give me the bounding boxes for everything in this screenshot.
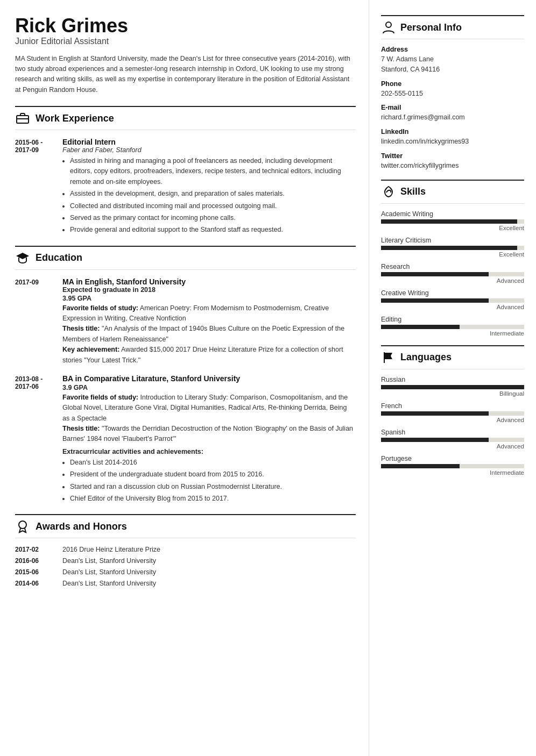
edu-entry-2-fields-label: Favorite fields of study: — [62, 394, 138, 401]
education-section: Education 2017-09 MA in English, Stanfor… — [15, 246, 356, 506]
skill-3-level: Advanced — [381, 277, 524, 284]
languages-header: Languages — [381, 345, 524, 369]
personal-info-header: Personal Info — [381, 15, 524, 39]
skill-5-bar — [381, 325, 524, 329]
lang-3-level: Advanced — [381, 443, 524, 450]
svg-marker-2 — [16, 253, 29, 259]
lang-3-bar — [381, 438, 524, 442]
edu-entry-1-title: MA in English, Stanford University — [62, 277, 356, 286]
email-value: richard.f.grimes@gmail.com — [381, 112, 524, 123]
lang-4-fill — [381, 464, 460, 468]
skill-1-level: Excellent — [381, 225, 524, 231]
phone-value: 202-555-0115 — [381, 89, 524, 99]
education-title: Education — [36, 252, 82, 263]
work-bullet-4: Served as the primary contact for incomi… — [70, 213, 356, 223]
skill-5-name: Editing — [381, 316, 524, 323]
skills-header: Skills — [381, 180, 524, 204]
edu-entry-2-date: 2013-08 -2017-06 — [15, 374, 53, 505]
education-entry-1: 2017-09 MA in English, Stanford Universi… — [15, 277, 356, 366]
skill-4: Creative Writing Advanced — [381, 289, 524, 310]
lang-1-level: Billingual — [381, 390, 524, 397]
linkedin-value: linkedin.com/in/rickygrimes93 — [381, 137, 524, 147]
extracurricular-bullet-2: President of the undergraduate student b… — [70, 469, 356, 480]
skill-5-level: Intermediate — [381, 330, 524, 337]
address-value: 7 W. Adams LaneStanford, CA 94116 — [381, 54, 524, 75]
edu-entry-1-achievement: Key achievement: Awarded $15,000 2017 Dr… — [62, 345, 356, 366]
work-entry-1-org: Faber and Faber, Stanford — [62, 146, 356, 154]
candidate-name: Rick Grimes — [15, 15, 356, 37]
education-entry-2: 2013-08 -2017-06 BA in Comparative Litar… — [15, 374, 356, 505]
candidate-summary: MA Student in English at Stanford Univer… — [15, 54, 356, 96]
lang-4-name: Portugese — [381, 455, 524, 462]
skill-1-bar — [381, 219, 524, 224]
award-1-name: 2016 Drue Heinz Literature Prize — [62, 546, 160, 553]
work-experience-header: Work Experience — [15, 106, 356, 130]
lang-4-level: Intermediate — [381, 469, 524, 476]
work-entry-1: 2015-06 -2017-09 Editorial Intern Faber … — [15, 138, 356, 237]
extracurricular-bullet-4: Chief Editor of the University Blog from… — [70, 494, 356, 504]
lang-1-fill — [381, 385, 524, 389]
lang-2-name: French — [381, 402, 524, 410]
edu-entry-2-thesis-value: "Towards the Derridian Decostruction of … — [62, 425, 353, 443]
twitter-value: twitter.com/rickyfillygrimes — [381, 161, 524, 171]
skill-4-level: Advanced — [381, 304, 524, 310]
left-column: Rick Grimes Junior Editorial Assistant M… — [0, 0, 369, 756]
edu-entry-1-date: 2017-09 — [15, 277, 53, 366]
work-entry-1-content: Editorial Intern Faber and Faber, Stanfo… — [62, 138, 356, 237]
phone-label: Phone — [381, 80, 524, 88]
award-icon — [15, 519, 30, 534]
award-4-name: Dean's List, Stanford University — [62, 580, 156, 587]
svg-point-5 — [386, 22, 391, 27]
extracurricular-label: Extracurricular activities and achieveme… — [62, 448, 356, 455]
twitter-label: Twitter — [381, 152, 524, 160]
svg-point-4 — [19, 521, 26, 529]
skill-2-name: Literary Criticism — [381, 237, 524, 244]
edu-entry-2-title: BA in Comparative Litarature, Stanford U… — [62, 374, 356, 383]
edu-entry-2-content: BA in Comparative Litarature, Stanford U… — [62, 374, 356, 505]
edu-entry-1-thesis: Thesis title: "An Analysis of the Impact… — [62, 324, 356, 345]
skills-section: Skills Academic Writing Excellent Litera… — [381, 180, 524, 337]
lang-4-bar — [381, 464, 524, 468]
skill-1-name: Academic Writing — [381, 210, 524, 218]
edu-entry-2-fields: Favorite fields of study: Introduction t… — [62, 393, 356, 424]
resume-container: Rick Grimes Junior Editorial Assistant M… — [0, 0, 536, 756]
right-column: Personal Info Address 7 W. Adams LaneSta… — [369, 0, 536, 756]
skill-2-bar — [381, 246, 524, 250]
edu-entry-2-thesis-label: Thesis title: — [62, 425, 100, 432]
skill-1-fill — [381, 219, 517, 224]
linkedin-label: LinkedIn — [381, 128, 524, 135]
lang-3-name: Spanish — [381, 429, 524, 436]
edu-entry-2-gpa: 3.9 GPA — [62, 384, 356, 391]
work-bullet-3: Collected and distributed incoming mail … — [70, 201, 356, 211]
edu-entry-1-gpa: 3.95 GPA — [62, 295, 356, 302]
skill-3-fill — [381, 272, 489, 276]
header: Rick Grimes Junior Editorial Assistant M… — [15, 15, 356, 95]
award-row-3: 2015-06 Dean's List, Stanford University — [15, 568, 356, 576]
edu-entry-1-fields: Favorite fields of study: American Poetr… — [62, 303, 356, 324]
person-icon — [381, 20, 396, 35]
award-3-date: 2015-06 — [15, 568, 53, 576]
lang-4: Portugese Intermediate — [381, 455, 524, 476]
award-4-date: 2014-06 — [15, 580, 53, 587]
awards-title: Awards and Honors — [36, 521, 127, 532]
lang-2-bar — [381, 411, 524, 416]
work-bullet-1: Assisted in hiring and managing a pool o… — [70, 156, 356, 187]
personal-info-section: Personal Info Address 7 W. Adams LaneSta… — [381, 15, 524, 171]
skill-4-fill — [381, 298, 489, 303]
languages-section: Languages Russian Billingual French Adva… — [381, 345, 524, 476]
award-row-4: 2014-06 Dean's List, Stanford University — [15, 580, 356, 587]
lang-1-bar — [381, 385, 524, 389]
work-experience-section: Work Experience 2015-06 -2017-09 Editori… — [15, 106, 356, 237]
skill-3-bar — [381, 272, 524, 276]
personal-info-title: Personal Info — [400, 22, 462, 33]
work-entry-1-date: 2015-06 -2017-09 — [15, 138, 53, 237]
edu-entry-2-thesis: Thesis title: "Towards the Derridian Dec… — [62, 424, 356, 445]
flag-icon — [381, 350, 396, 365]
skill-5: Editing Intermediate — [381, 316, 524, 337]
lang-2: French Advanced — [381, 402, 524, 423]
work-bullet-2: Assisted in the development, design, and… — [70, 189, 356, 199]
awards-section: Awards and Honors 2017-02 2016 Drue Hein… — [15, 514, 356, 587]
briefcase-icon — [15, 111, 30, 126]
skill-1: Academic Writing Excellent — [381, 210, 524, 231]
skill-2: Literary Criticism Excellent — [381, 237, 524, 258]
